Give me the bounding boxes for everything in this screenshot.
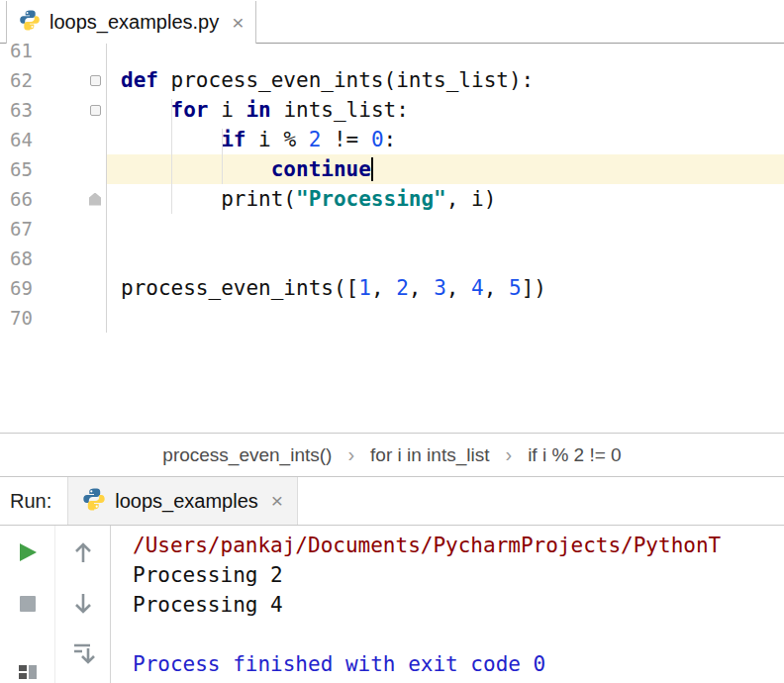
code-line[interactable]: 64 if i % 2 != 0:: [0, 125, 784, 154]
gutter-fold-column: [48, 244, 107, 273]
console-line: Processing 4: [133, 590, 784, 620]
code-text: print("Processing", i): [107, 184, 784, 214]
code-token: ]): [522, 276, 546, 300]
gutter-fold-column: [48, 303, 107, 333]
code-token: "Processing": [296, 187, 446, 211]
console-output: /Users/pankaj/Documents/PycharmProjects/…: [111, 526, 784, 683]
fold-marker-icon[interactable]: [90, 75, 101, 86]
code-token: 1: [358, 276, 371, 300]
line-number: 67: [0, 214, 48, 244]
fold-marker-icon[interactable]: [89, 193, 101, 206]
code-token: ,: [409, 276, 434, 300]
breadcrumb-separator-icon: ›: [505, 443, 512, 466]
code-editor[interactable]: 6162def process_even_ints(ints_list):63 …: [0, 44, 784, 433]
tab-loops-examples-py[interactable]: loops_examples.py ×: [6, 1, 256, 44]
code-text: def process_even_ints(ints_list):: [107, 65, 784, 95]
editor-tab-bar: loops_examples.py ×: [0, 0, 784, 44]
code-token: [121, 157, 271, 181]
code-token: i: [209, 98, 246, 122]
console-line: /Users/pankaj/Documents/PycharmProjects/…: [133, 531, 784, 560]
code-line[interactable]: 70: [0, 303, 784, 333]
line-number: 63: [0, 95, 48, 125]
console-line: Process finished with exit code 0: [133, 649, 784, 679]
rerun-icon[interactable]: [17, 541, 39, 563]
code-line[interactable]: 62def process_even_ints(ints_list):: [0, 65, 784, 95]
run-label: Run:: [0, 490, 67, 513]
run-tab-close-icon[interactable]: ×: [271, 489, 283, 513]
run-toolbar-right: [55, 526, 111, 683]
scroll-to-end-icon[interactable]: [70, 640, 96, 666]
code-text: [107, 244, 784, 273]
code-token: process_even_ints(ints_list):: [158, 68, 534, 92]
breadcrumb-item[interactable]: if i % 2 != 0: [528, 444, 622, 466]
code-token: process_even_ints([: [121, 276, 358, 300]
run-tab-loops-examples[interactable]: loops_examples ×: [67, 477, 298, 525]
run-toolbar-left: [0, 526, 55, 683]
gutter-fold-column: [48, 44, 107, 65]
code-token: if: [221, 128, 245, 151]
gutter-fold-column: [48, 184, 107, 214]
code-token: [121, 98, 171, 122]
indent-guide: [171, 99, 172, 214]
run-tool-header: Run: loops_examples ×: [0, 476, 784, 526]
breadcrumb-item[interactable]: for i in ints_list: [370, 444, 489, 466]
line-number: 64: [0, 125, 48, 154]
code-token: ints_list:: [271, 98, 409, 122]
code-text: if i % 2 != 0:: [107, 125, 784, 154]
python-file-icon: [19, 9, 41, 36]
line-number: 61: [0, 44, 48, 65]
up-arrow-icon[interactable]: [71, 539, 95, 565]
code-token: ,: [484, 276, 509, 300]
line-number: 70: [0, 303, 48, 333]
code-token: continue: [271, 157, 371, 181]
python-file-icon: [82, 487, 106, 516]
breadcrumb-item[interactable]: process_even_ints(): [162, 444, 332, 466]
console-line: Processing 2: [133, 560, 784, 590]
code-token: in: [245, 98, 270, 122]
console-line: [133, 620, 784, 649]
code-text: process_even_ints([1, 2, 3, 4, 5]): [107, 273, 784, 303]
code-token: , i): [446, 187, 497, 211]
gutter-fold-column: [48, 273, 107, 303]
tab-close-icon[interactable]: ×: [232, 11, 244, 35]
code-token: 5: [509, 276, 522, 300]
restore-layout-icon[interactable]: [18, 664, 38, 680]
code-text: for i in ints_list:: [107, 95, 784, 125]
gutter-fold-column: [48, 125, 107, 154]
tab-title: loops_examples.py: [49, 11, 219, 34]
code-line[interactable]: 68: [0, 244, 784, 273]
gutter-fold-column: [48, 65, 107, 95]
code-text: [107, 44, 784, 65]
code-token: ,: [446, 276, 471, 300]
line-number: 68: [0, 244, 48, 273]
fold-marker-icon[interactable]: [90, 105, 101, 116]
code-text: [107, 303, 784, 333]
breadcrumb-separator-icon: ›: [347, 443, 354, 466]
run-tab-title: loops_examples: [115, 490, 258, 513]
indent-guide: [222, 129, 223, 184]
gutter-fold-column: [48, 154, 107, 184]
code-token: 4: [471, 276, 484, 300]
code-line[interactable]: 69process_even_ints([1, 2, 3, 4, 5]): [0, 273, 784, 303]
code-token: !=: [321, 128, 371, 151]
line-number: 69: [0, 273, 48, 303]
code-line[interactable]: 61: [0, 44, 784, 65]
breadcrumb: process_even_ints()›for i in ints_list›i…: [0, 433, 784, 476]
code-token: ,: [371, 276, 396, 300]
code-text: [107, 214, 784, 244]
code-line[interactable]: 67: [0, 214, 784, 244]
code-token: 0: [371, 128, 384, 151]
line-number: 66: [0, 184, 48, 214]
stop-icon[interactable]: [19, 595, 37, 613]
code-token: 2: [309, 128, 322, 151]
code-line[interactable]: 65 continue: [0, 154, 784, 184]
code-line[interactable]: 63 for i in ints_list:: [0, 95, 784, 125]
code-line[interactable]: 66 print("Processing", i): [0, 184, 784, 214]
code-text: continue: [107, 154, 784, 184]
gutter-fold-column: [48, 95, 107, 125]
down-arrow-icon[interactable]: [71, 591, 95, 617]
code-token: for: [171, 98, 209, 122]
text-caret: [371, 157, 373, 181]
gutter-fold-column: [48, 214, 107, 244]
code-token: def: [121, 68, 158, 92]
